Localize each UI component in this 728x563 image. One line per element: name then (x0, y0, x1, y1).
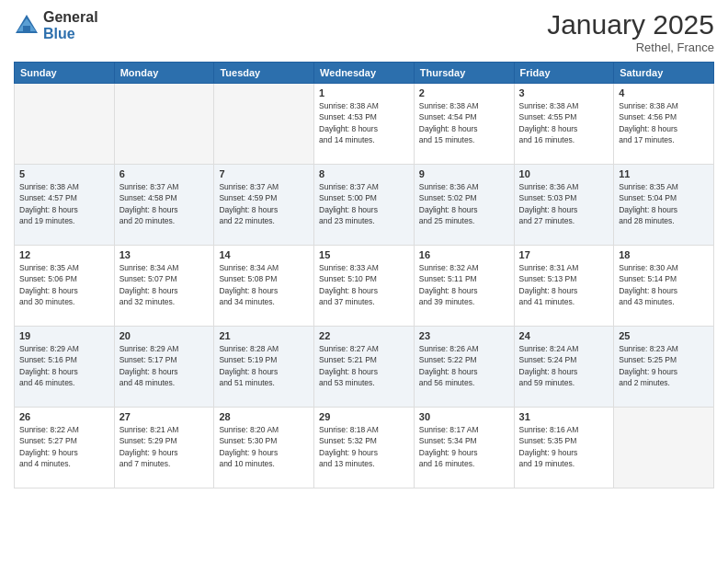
day-number: 28 (219, 411, 309, 422)
day-number: 20 (119, 330, 210, 341)
calendar-cell-w5-d2: 27Sunrise: 8:21 AM Sunset: 5:29 PM Dayli… (114, 408, 214, 488)
day-number: 21 (219, 330, 309, 341)
calendar-cell-w2-d2: 6Sunrise: 8:37 AM Sunset: 4:58 PM Daylig… (114, 165, 214, 246)
location: Rethel, France (547, 40, 714, 54)
calendar-cell-w3-d4: 15Sunrise: 8:33 AM Sunset: 5:10 PM Dayli… (314, 246, 415, 327)
day-info: Sunrise: 8:36 AM Sunset: 5:02 PM Dayligh… (419, 181, 509, 226)
day-number: 18 (619, 249, 709, 260)
day-info: Sunrise: 8:38 AM Sunset: 4:57 PM Dayligh… (19, 181, 109, 226)
calendar-cell-w2-d7: 11Sunrise: 8:35 AM Sunset: 5:04 PM Dayli… (614, 165, 714, 246)
calendar-cell-w5-d4: 29Sunrise: 8:18 AM Sunset: 5:32 PM Dayli… (314, 408, 415, 488)
week-row-4: 19Sunrise: 8:29 AM Sunset: 5:16 PM Dayli… (15, 327, 714, 408)
day-info: Sunrise: 8:23 AM Sunset: 5:25 PM Dayligh… (619, 343, 709, 388)
day-number: 5 (19, 168, 109, 179)
header: General Blue January 2025 Rethel, France (14, 9, 714, 54)
logo-text: General Blue (43, 9, 98, 41)
col-sunday: Sunday (15, 63, 115, 84)
calendar-cell-w1-d2 (114, 84, 214, 165)
calendar-cell-w3-d1: 12Sunrise: 8:35 AM Sunset: 5:06 PM Dayli… (15, 246, 115, 327)
weekday-header-row: Sunday Monday Tuesday Wednesday Thursday… (15, 63, 714, 84)
logo-general: General (43, 9, 98, 26)
calendar-cell-w1-d4: 1Sunrise: 8:38 AM Sunset: 4:53 PM Daylig… (314, 84, 415, 165)
day-number: 6 (119, 168, 210, 179)
day-info: Sunrise: 8:33 AM Sunset: 5:10 PM Dayligh… (319, 262, 409, 307)
day-number: 8 (319, 168, 409, 179)
calendar-cell-w5-d6: 31Sunrise: 8:16 AM Sunset: 5:35 PM Dayli… (514, 408, 614, 488)
day-info: Sunrise: 8:38 AM Sunset: 4:55 PM Dayligh… (519, 100, 609, 145)
day-info: Sunrise: 8:17 AM Sunset: 5:34 PM Dayligh… (419, 424, 509, 469)
calendar-cell-w3-d6: 17Sunrise: 8:31 AM Sunset: 5:13 PM Dayli… (514, 246, 614, 327)
col-saturday: Saturday (614, 63, 714, 84)
calendar-cell-w4-d1: 19Sunrise: 8:29 AM Sunset: 5:16 PM Dayli… (15, 327, 115, 408)
logo-icon (14, 13, 40, 39)
day-info: Sunrise: 8:34 AM Sunset: 5:08 PM Dayligh… (219, 262, 309, 307)
month-title: January 2025 (547, 9, 714, 40)
calendar-cell-w2-d3: 7Sunrise: 8:37 AM Sunset: 4:59 PM Daylig… (214, 165, 314, 246)
calendar-cell-w1-d6: 3Sunrise: 8:38 AM Sunset: 4:55 PM Daylig… (514, 84, 614, 165)
day-number: 3 (519, 87, 609, 98)
day-info: Sunrise: 8:16 AM Sunset: 5:35 PM Dayligh… (519, 424, 609, 469)
day-info: Sunrise: 8:32 AM Sunset: 5:11 PM Dayligh… (419, 262, 509, 307)
day-number: 16 (419, 249, 509, 260)
day-info: Sunrise: 8:37 AM Sunset: 5:00 PM Dayligh… (319, 181, 409, 226)
day-info: Sunrise: 8:31 AM Sunset: 5:13 PM Dayligh… (519, 262, 609, 307)
col-friday: Friday (514, 63, 614, 84)
logo-blue: Blue (43, 26, 98, 42)
calendar-cell-w3-d7: 18Sunrise: 8:30 AM Sunset: 5:14 PM Dayli… (614, 246, 714, 327)
day-info: Sunrise: 8:35 AM Sunset: 5:06 PM Dayligh… (19, 262, 109, 307)
day-number: 25 (619, 330, 709, 341)
day-info: Sunrise: 8:27 AM Sunset: 5:21 PM Dayligh… (319, 343, 409, 388)
calendar-cell-w4-d3: 21Sunrise: 8:28 AM Sunset: 5:19 PM Dayli… (214, 327, 314, 408)
title-block: January 2025 Rethel, France (547, 9, 714, 54)
day-number: 17 (519, 249, 609, 260)
day-number: 4 (619, 87, 709, 98)
day-number: 13 (119, 249, 210, 260)
calendar: Sunday Monday Tuesday Wednesday Thursday… (14, 62, 714, 488)
day-info: Sunrise: 8:38 AM Sunset: 4:53 PM Dayligh… (319, 100, 409, 145)
page: General Blue January 2025 Rethel, France… (0, 0, 728, 563)
calendar-cell-w4-d7: 25Sunrise: 8:23 AM Sunset: 5:25 PM Dayli… (614, 327, 714, 408)
day-info: Sunrise: 8:29 AM Sunset: 5:17 PM Dayligh… (119, 343, 210, 388)
calendar-cell-w3-d3: 14Sunrise: 8:34 AM Sunset: 5:08 PM Dayli… (214, 246, 314, 327)
day-info: Sunrise: 8:18 AM Sunset: 5:32 PM Dayligh… (319, 424, 409, 469)
day-number: 30 (419, 411, 509, 422)
calendar-cell-w4-d5: 23Sunrise: 8:26 AM Sunset: 5:22 PM Dayli… (414, 327, 514, 408)
day-number: 31 (519, 411, 609, 422)
day-info: Sunrise: 8:36 AM Sunset: 5:03 PM Dayligh… (519, 181, 609, 226)
day-info: Sunrise: 8:35 AM Sunset: 5:04 PM Dayligh… (619, 181, 709, 226)
calendar-cell-w1-d5: 2Sunrise: 8:38 AM Sunset: 4:54 PM Daylig… (414, 84, 514, 165)
day-number: 2 (419, 87, 509, 98)
day-info: Sunrise: 8:26 AM Sunset: 5:22 PM Dayligh… (419, 343, 509, 388)
logo: General Blue (14, 9, 98, 41)
day-info: Sunrise: 8:34 AM Sunset: 5:07 PM Dayligh… (119, 262, 210, 307)
calendar-cell-w3-d2: 13Sunrise: 8:34 AM Sunset: 5:07 PM Dayli… (114, 246, 214, 327)
calendar-cell-w5-d5: 30Sunrise: 8:17 AM Sunset: 5:34 PM Dayli… (414, 408, 514, 488)
day-info: Sunrise: 8:38 AM Sunset: 4:56 PM Dayligh… (619, 100, 709, 145)
week-row-1: 1Sunrise: 8:38 AM Sunset: 4:53 PM Daylig… (15, 84, 714, 165)
calendar-cell-w5-d1: 26Sunrise: 8:22 AM Sunset: 5:27 PM Dayli… (15, 408, 115, 488)
calendar-cell-w1-d1 (15, 84, 115, 165)
calendar-cell-w4-d2: 20Sunrise: 8:29 AM Sunset: 5:17 PM Dayli… (114, 327, 214, 408)
calendar-cell-w4-d4: 22Sunrise: 8:27 AM Sunset: 5:21 PM Dayli… (314, 327, 415, 408)
day-info: Sunrise: 8:20 AM Sunset: 5:30 PM Dayligh… (219, 424, 309, 469)
day-number: 26 (19, 411, 109, 422)
day-number: 23 (419, 330, 509, 341)
week-row-3: 12Sunrise: 8:35 AM Sunset: 5:06 PM Dayli… (15, 246, 714, 327)
calendar-cell-w2-d1: 5Sunrise: 8:38 AM Sunset: 4:57 PM Daylig… (15, 165, 115, 246)
calendar-cell-w5-d3: 28Sunrise: 8:20 AM Sunset: 5:30 PM Dayli… (214, 408, 314, 488)
calendar-cell-w3-d5: 16Sunrise: 8:32 AM Sunset: 5:11 PM Dayli… (414, 246, 514, 327)
day-number: 24 (519, 330, 609, 341)
day-number: 14 (219, 249, 309, 260)
day-info: Sunrise: 8:38 AM Sunset: 4:54 PM Dayligh… (419, 100, 509, 145)
week-row-5: 26Sunrise: 8:22 AM Sunset: 5:27 PM Dayli… (15, 408, 714, 488)
calendar-cell-w2-d5: 9Sunrise: 8:36 AM Sunset: 5:02 PM Daylig… (414, 165, 514, 246)
day-number: 7 (219, 168, 309, 179)
calendar-cell-w2-d4: 8Sunrise: 8:37 AM Sunset: 5:00 PM Daylig… (314, 165, 415, 246)
day-info: Sunrise: 8:22 AM Sunset: 5:27 PM Dayligh… (19, 424, 109, 469)
day-number: 12 (19, 249, 109, 260)
day-number: 22 (319, 330, 409, 341)
day-info: Sunrise: 8:29 AM Sunset: 5:16 PM Dayligh… (19, 343, 109, 388)
day-number: 9 (419, 168, 509, 179)
calendar-cell-w1-d7: 4Sunrise: 8:38 AM Sunset: 4:56 PM Daylig… (614, 84, 714, 165)
week-row-2: 5Sunrise: 8:38 AM Sunset: 4:57 PM Daylig… (15, 165, 714, 246)
